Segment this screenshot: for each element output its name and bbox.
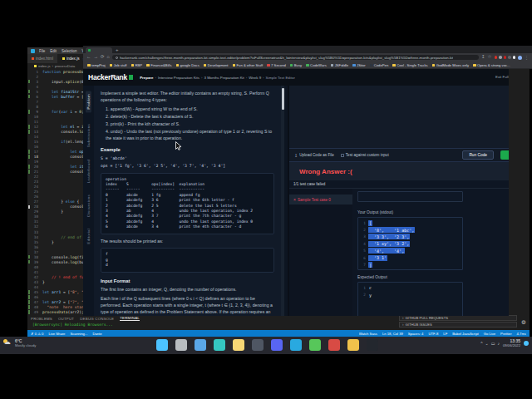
extension-icon[interactable] [499, 56, 502, 59]
expected-output-box[interactable]: 1 c 2 y [357, 282, 463, 316]
stdin-box[interactable] [357, 191, 463, 202]
tray-icon[interactable]: ▭ [491, 341, 495, 346]
run-code-button[interactable]: Run Code [462, 150, 494, 160]
clock[interactable]: 13:35 09/06/2022 [503, 338, 520, 347]
upload-code-button[interactable]: ↥ Upload Code as File [294, 153, 334, 158]
browser-menu-icon[interactable]: ⋮ [525, 55, 529, 60]
taskbar-app-icon[interactable] [252, 339, 264, 351]
taskbar-app-icon[interactable] [271, 339, 283, 351]
status-item[interactable]: Watch Sass [359, 332, 377, 336]
tab-index-html[interactable]: index.html [27, 54, 58, 63]
gear-icon[interactable]: ⚙ [521, 319, 526, 326]
panel-tab[interactable]: TERMINAL [120, 316, 140, 321]
breadcrumb-item[interactable]: Simple Text Editor › [266, 76, 295, 80]
testcase-item[interactable]: × Sample Test case 0 [289, 195, 352, 204]
panel-tab[interactable]: DEBUG CONSOLE [80, 317, 114, 321]
menu-item[interactable]: Edit [50, 49, 57, 53]
panel-tab[interactable]: PROBLEMS [31, 317, 52, 321]
bookmark[interactable]: RBP [131, 63, 143, 67]
notification-icon[interactable] [524, 341, 529, 346]
profile-avatar[interactable] [518, 56, 522, 60]
bookmark[interactable]: GodMode Mixes only [432, 63, 469, 67]
side-tab[interactable]: Leaderboard [86, 160, 91, 183]
taskbar-app-icon[interactable] [290, 339, 302, 351]
extension-icon[interactable] [504, 56, 507, 59]
bookmark[interactable]: JSFiddle [331, 63, 348, 67]
breadcrumb-item[interactable]: Interview Preparation Kits › [158, 76, 203, 80]
bookmark[interactable]: google Docs [176, 63, 200, 67]
submit-button[interactable] [500, 150, 509, 160]
status-item[interactable]: Go Live [484, 332, 495, 336]
terminal-output[interactable]: [Browsersync] Reloading Browsers... [32, 323, 113, 327]
taskbar-app-icon[interactable] [175, 339, 187, 351]
bookmark[interactable]: tempProj [87, 63, 106, 67]
forward-icon[interactable]: → [94, 55, 99, 60]
bookmark[interactable]: CodeWars [306, 63, 327, 67]
taskbar-app-icon[interactable] [347, 339, 359, 351]
status-item[interactable]: ✗ 0 ⚠ 0 [31, 332, 43, 336]
star-icon[interactable]: ☆ [488, 55, 492, 60]
tray-icon[interactable]: ♪ [498, 341, 500, 346]
bookmark[interactable]: Busy [290, 63, 302, 67]
breadcrumb-item[interactable]: 3 Months Preparation Kit › [204, 76, 247, 80]
taskbar-app-icon[interactable] [214, 339, 225, 351]
share-icon[interactable]: ↥ [481, 55, 485, 60]
hackerrank-logo[interactable]: HackerRank [88, 73, 133, 81]
bookmark[interactable]: JSitor [352, 63, 366, 67]
menu-item[interactable]: Selection [62, 49, 77, 53]
status-item[interactable]: LF [443, 332, 447, 336]
your-output-box[interactable]: 1 [ 2 '8', '1 abc', 3 [357, 217, 463, 270]
home-icon[interactable]: ⌂ [107, 55, 110, 60]
extension-icon[interactable] [513, 56, 516, 59]
bookmark[interactable]: Finance&Bills [146, 63, 171, 67]
bookmark[interactable]: CodePen [370, 63, 388, 67]
back-icon[interactable]: ← [86, 55, 91, 60]
status-item[interactable]: Spaces: 4 [408, 332, 424, 336]
extension-icon[interactable] [495, 56, 498, 59]
browser-tab[interactable] [86, 47, 112, 53]
side-tab[interactable]: Problem [86, 91, 91, 112]
status-item[interactable]: Live Share [48, 332, 65, 336]
status-item[interactable]: UTF-8 [428, 332, 438, 336]
tray-icon[interactable]: ^ [480, 341, 482, 346]
code-editor-pane[interactable] [289, 86, 509, 148]
bookmark[interactable]: Development [204, 63, 229, 67]
scrollbar-thumb[interactable] [282, 88, 284, 110]
reload-icon[interactable]: ⟳ [101, 55, 105, 60]
bookmark[interactable]: 7 Second [267, 63, 286, 67]
taskbar-app-icon[interactable] [367, 339, 378, 351]
status-item[interactable]: Babel JavaScript [452, 332, 478, 336]
status-item[interactable]: 4.7ms [517, 332, 526, 336]
breadcrumb-item[interactable]: Prepare › [140, 76, 156, 80]
bookmark[interactable]: Cool - Single Tracks [392, 63, 427, 67]
taskbar-app-icon[interactable] [195, 339, 206, 351]
address-bar[interactable]: hackerrank.com/challenges/three-month-pr… [112, 55, 479, 61]
status-item[interactable]: Prettier [500, 332, 512, 336]
menu-item[interactable]: File [39, 49, 45, 53]
bookmark[interactable]: Job stuff [110, 63, 127, 67]
bookmark[interactable]: Opera & strong voc... [473, 63, 510, 67]
bookmark-label: JSitor [357, 63, 366, 67]
taskbar-app-icon[interactable] [328, 339, 340, 351]
exit-fullscreen-link[interactable]: Exit Full Screen [495, 75, 509, 79]
weather-widget[interactable]: ☁ 6°C Mostly cloudy [3, 338, 36, 347]
problem-scrollbar[interactable] [281, 86, 284, 316]
status-item[interactable]: Dante [92, 332, 101, 336]
breadcrumb-item[interactable]: Week 9 › [249, 76, 264, 80]
taskbar-app-icon[interactable] [233, 339, 244, 351]
side-tab[interactable]: Editorial [86, 229, 91, 244]
taskbar-app-icon[interactable] [309, 339, 321, 351]
custom-input-checkbox[interactable]: Test against custom input [341, 153, 389, 157]
status-item[interactable]: Ln 18, Col 39 [382, 332, 403, 336]
bookmark[interactable]: Fun & other Stuff [233, 63, 264, 67]
side-tab[interactable]: Submissions [86, 124, 91, 147]
side-tab[interactable]: Discussions [86, 195, 91, 217]
taskbar-app-icon[interactable] [156, 339, 168, 351]
extension-icon[interactable] [508, 56, 511, 59]
tray-icon[interactable]: ⌄ [485, 341, 489, 346]
panel-tab[interactable]: OUTPUT [58, 317, 74, 321]
section-github-pull-requests[interactable]: › GITHUB PULL REQUESTS [399, 315, 517, 321]
section-github-issues[interactable]: › GITHUB ISSUES [399, 322, 517, 328]
status-item[interactable]: Scanning... [70, 332, 87, 336]
new-tab-button[interactable]: + [116, 47, 119, 53]
